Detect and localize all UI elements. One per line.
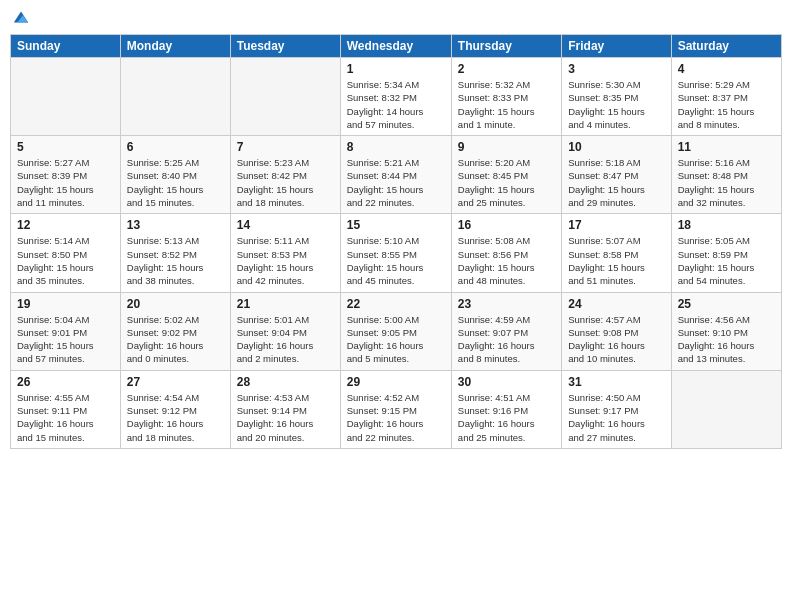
day-number: 25: [678, 297, 775, 311]
calendar-cell: 28Sunrise: 4:53 AM Sunset: 9:14 PM Dayli…: [230, 370, 340, 448]
calendar-cell: 30Sunrise: 4:51 AM Sunset: 9:16 PM Dayli…: [451, 370, 561, 448]
calendar-cell: 14Sunrise: 5:11 AM Sunset: 8:53 PM Dayli…: [230, 214, 340, 292]
day-info: Sunrise: 5:02 AM Sunset: 9:02 PM Dayligh…: [127, 313, 224, 366]
day-number: 15: [347, 218, 445, 232]
calendar-cell: 19Sunrise: 5:04 AM Sunset: 9:01 PM Dayli…: [11, 292, 121, 370]
calendar-header-monday: Monday: [120, 35, 230, 58]
calendar-cell: 6Sunrise: 5:25 AM Sunset: 8:40 PM Daylig…: [120, 136, 230, 214]
day-info: Sunrise: 4:57 AM Sunset: 9:08 PM Dayligh…: [568, 313, 664, 366]
calendar-week-row: 5Sunrise: 5:27 AM Sunset: 8:39 PM Daylig…: [11, 136, 782, 214]
day-number: 7: [237, 140, 334, 154]
calendar-header-wednesday: Wednesday: [340, 35, 451, 58]
day-info: Sunrise: 5:16 AM Sunset: 8:48 PM Dayligh…: [678, 156, 775, 209]
calendar-cell: [671, 370, 781, 448]
day-info: Sunrise: 5:11 AM Sunset: 8:53 PM Dayligh…: [237, 234, 334, 287]
day-number: 29: [347, 375, 445, 389]
day-info: Sunrise: 5:25 AM Sunset: 8:40 PM Dayligh…: [127, 156, 224, 209]
day-info: Sunrise: 4:52 AM Sunset: 9:15 PM Dayligh…: [347, 391, 445, 444]
day-info: Sunrise: 5:10 AM Sunset: 8:55 PM Dayligh…: [347, 234, 445, 287]
day-number: 21: [237, 297, 334, 311]
day-info: Sunrise: 4:55 AM Sunset: 9:11 PM Dayligh…: [17, 391, 114, 444]
calendar-cell: 10Sunrise: 5:18 AM Sunset: 8:47 PM Dayli…: [562, 136, 671, 214]
day-number: 23: [458, 297, 555, 311]
calendar-cell: 1Sunrise: 5:34 AM Sunset: 8:32 PM Daylig…: [340, 58, 451, 136]
calendar-cell: 12Sunrise: 5:14 AM Sunset: 8:50 PM Dayli…: [11, 214, 121, 292]
day-number: 20: [127, 297, 224, 311]
day-number: 17: [568, 218, 664, 232]
day-number: 6: [127, 140, 224, 154]
header: [10, 10, 782, 26]
day-number: 19: [17, 297, 114, 311]
calendar-cell: 22Sunrise: 5:00 AM Sunset: 9:05 PM Dayli…: [340, 292, 451, 370]
calendar-cell: 8Sunrise: 5:21 AM Sunset: 8:44 PM Daylig…: [340, 136, 451, 214]
day-info: Sunrise: 5:30 AM Sunset: 8:35 PM Dayligh…: [568, 78, 664, 131]
calendar-week-row: 19Sunrise: 5:04 AM Sunset: 9:01 PM Dayli…: [11, 292, 782, 370]
calendar-cell: [120, 58, 230, 136]
day-info: Sunrise: 4:50 AM Sunset: 9:17 PM Dayligh…: [568, 391, 664, 444]
day-info: Sunrise: 5:21 AM Sunset: 8:44 PM Dayligh…: [347, 156, 445, 209]
day-number: 11: [678, 140, 775, 154]
day-number: 14: [237, 218, 334, 232]
day-number: 2: [458, 62, 555, 76]
calendar-cell: 13Sunrise: 5:13 AM Sunset: 8:52 PM Dayli…: [120, 214, 230, 292]
day-number: 5: [17, 140, 114, 154]
calendar-cell: 16Sunrise: 5:08 AM Sunset: 8:56 PM Dayli…: [451, 214, 561, 292]
day-number: 9: [458, 140, 555, 154]
calendar-cell: 24Sunrise: 4:57 AM Sunset: 9:08 PM Dayli…: [562, 292, 671, 370]
day-info: Sunrise: 5:04 AM Sunset: 9:01 PM Dayligh…: [17, 313, 114, 366]
calendar-cell: 23Sunrise: 4:59 AM Sunset: 9:07 PM Dayli…: [451, 292, 561, 370]
logo: [10, 10, 30, 26]
calendar-header-tuesday: Tuesday: [230, 35, 340, 58]
day-info: Sunrise: 5:05 AM Sunset: 8:59 PM Dayligh…: [678, 234, 775, 287]
calendar-cell: 9Sunrise: 5:20 AM Sunset: 8:45 PM Daylig…: [451, 136, 561, 214]
day-info: Sunrise: 5:00 AM Sunset: 9:05 PM Dayligh…: [347, 313, 445, 366]
calendar-cell: 4Sunrise: 5:29 AM Sunset: 8:37 PM Daylig…: [671, 58, 781, 136]
calendar-cell: 5Sunrise: 5:27 AM Sunset: 8:39 PM Daylig…: [11, 136, 121, 214]
day-number: 24: [568, 297, 664, 311]
day-info: Sunrise: 5:18 AM Sunset: 8:47 PM Dayligh…: [568, 156, 664, 209]
day-info: Sunrise: 4:59 AM Sunset: 9:07 PM Dayligh…: [458, 313, 555, 366]
calendar-table: SundayMondayTuesdayWednesdayThursdayFrid…: [10, 34, 782, 449]
calendar-cell: 7Sunrise: 5:23 AM Sunset: 8:42 PM Daylig…: [230, 136, 340, 214]
calendar-cell: 17Sunrise: 5:07 AM Sunset: 8:58 PM Dayli…: [562, 214, 671, 292]
day-info: Sunrise: 5:01 AM Sunset: 9:04 PM Dayligh…: [237, 313, 334, 366]
day-info: Sunrise: 5:29 AM Sunset: 8:37 PM Dayligh…: [678, 78, 775, 131]
day-info: Sunrise: 5:07 AM Sunset: 8:58 PM Dayligh…: [568, 234, 664, 287]
calendar-header-thursday: Thursday: [451, 35, 561, 58]
calendar-cell: 27Sunrise: 4:54 AM Sunset: 9:12 PM Dayli…: [120, 370, 230, 448]
day-number: 4: [678, 62, 775, 76]
logo-icon: [12, 8, 30, 26]
day-number: 3: [568, 62, 664, 76]
day-number: 31: [568, 375, 664, 389]
calendar-cell: 18Sunrise: 5:05 AM Sunset: 8:59 PM Dayli…: [671, 214, 781, 292]
calendar-header-sunday: Sunday: [11, 35, 121, 58]
day-number: 28: [237, 375, 334, 389]
day-info: Sunrise: 5:08 AM Sunset: 8:56 PM Dayligh…: [458, 234, 555, 287]
calendar-cell: 3Sunrise: 5:30 AM Sunset: 8:35 PM Daylig…: [562, 58, 671, 136]
calendar-week-row: 12Sunrise: 5:14 AM Sunset: 8:50 PM Dayli…: [11, 214, 782, 292]
calendar-cell: 25Sunrise: 4:56 AM Sunset: 9:10 PM Dayli…: [671, 292, 781, 370]
day-number: 13: [127, 218, 224, 232]
day-number: 1: [347, 62, 445, 76]
calendar-cell: 21Sunrise: 5:01 AM Sunset: 9:04 PM Dayli…: [230, 292, 340, 370]
day-number: 22: [347, 297, 445, 311]
day-number: 18: [678, 218, 775, 232]
day-number: 26: [17, 375, 114, 389]
day-info: Sunrise: 4:54 AM Sunset: 9:12 PM Dayligh…: [127, 391, 224, 444]
day-number: 10: [568, 140, 664, 154]
calendar-header-row: SundayMondayTuesdayWednesdayThursdayFrid…: [11, 35, 782, 58]
day-info: Sunrise: 4:51 AM Sunset: 9:16 PM Dayligh…: [458, 391, 555, 444]
calendar-cell: 31Sunrise: 4:50 AM Sunset: 9:17 PM Dayli…: [562, 370, 671, 448]
calendar-cell: [230, 58, 340, 136]
calendar-week-row: 26Sunrise: 4:55 AM Sunset: 9:11 PM Dayli…: [11, 370, 782, 448]
calendar-week-row: 1Sunrise: 5:34 AM Sunset: 8:32 PM Daylig…: [11, 58, 782, 136]
calendar-cell: 29Sunrise: 4:52 AM Sunset: 9:15 PM Dayli…: [340, 370, 451, 448]
day-info: Sunrise: 5:34 AM Sunset: 8:32 PM Dayligh…: [347, 78, 445, 131]
calendar-cell: 15Sunrise: 5:10 AM Sunset: 8:55 PM Dayli…: [340, 214, 451, 292]
day-number: 8: [347, 140, 445, 154]
calendar-cell: 2Sunrise: 5:32 AM Sunset: 8:33 PM Daylig…: [451, 58, 561, 136]
calendar-header-friday: Friday: [562, 35, 671, 58]
day-info: Sunrise: 5:20 AM Sunset: 8:45 PM Dayligh…: [458, 156, 555, 209]
day-number: 12: [17, 218, 114, 232]
day-info: Sunrise: 4:53 AM Sunset: 9:14 PM Dayligh…: [237, 391, 334, 444]
